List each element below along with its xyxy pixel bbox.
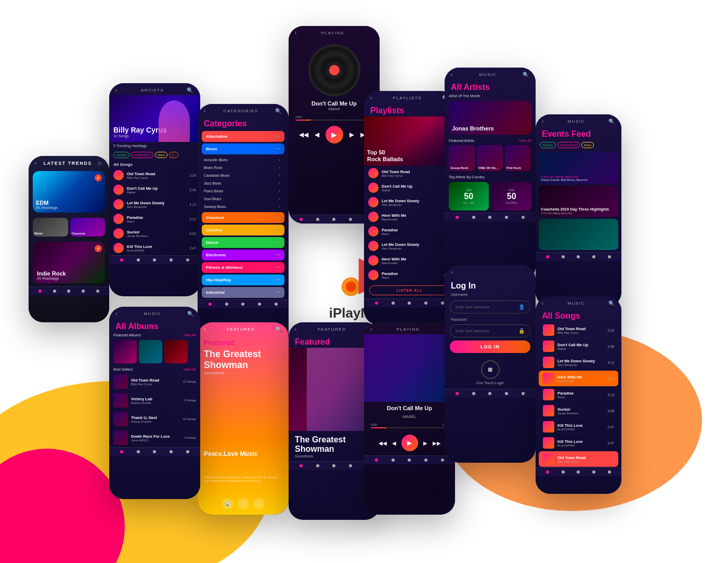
event-card-3[interactable] (539, 219, 618, 250)
nav-home[interactable] (120, 450, 123, 453)
back-arrow-icon[interactable]: ‹ (204, 108, 206, 114)
nav-profile[interactable] (441, 302, 444, 305)
allsong-item-red[interactable]: Old Town RoadBilly Ray Cyrus (539, 451, 618, 467)
pb-fwd-btn[interactable]: ▶ (423, 440, 427, 446)
search-icon[interactable]: ▷ (98, 160, 103, 166)
subcat-bluesrock[interactable]: Blues Rock› (198, 164, 289, 172)
back-arrow-icon[interactable]: ‹ (35, 160, 37, 166)
nav-profile[interactable] (186, 450, 189, 453)
nav-music[interactable] (562, 470, 565, 474)
nav-play[interactable] (408, 302, 411, 305)
song-item[interactable]: Let Me Down SlowlyAlec Benjamin4:12 (364, 239, 455, 253)
nav-home[interactable] (456, 392, 459, 395)
metal-mini-card[interactable]: Metal (33, 218, 68, 237)
subcat-soul[interactable]: Soul Blues› (198, 195, 289, 203)
allsong-item[interactable]: SuckerJonas Brothers3:08 (539, 403, 618, 418)
cat-fitness-item[interactable]: Fitness & Workout··· (202, 262, 284, 273)
nav-home[interactable] (300, 464, 303, 467)
search-icon[interactable]: 🔍 (275, 108, 282, 114)
wifi-icon-btn[interactable]: 📡 (222, 498, 233, 509)
nav-play[interactable] (408, 459, 411, 462)
album-card-2[interactable] (139, 340, 162, 363)
back-arrow-icon[interactable]: ‹ (295, 326, 297, 332)
song-item[interactable]: Old Town RoadBilly Ray Cyrus 3:38 (109, 168, 200, 182)
allsong-item[interactable]: ParadiseBazzi3:13 (539, 387, 618, 402)
subcat-swamp[interactable]: Swamp Blues› (198, 203, 289, 211)
back-arrow-icon[interactable]: ‹ (542, 300, 544, 306)
allsong-item[interactable]: Let Me Down SlowlyAlec Benjamin4:12 (539, 355, 618, 370)
search-icon[interactable]: 🔍 (608, 119, 616, 124)
nav-music[interactable] (225, 303, 228, 306)
nav-home[interactable] (38, 290, 42, 293)
nav-profile[interactable] (96, 290, 99, 293)
nav-music[interactable] (562, 255, 565, 258)
nav-home[interactable] (375, 302, 378, 305)
search-icon[interactable]: 🔍 (523, 72, 530, 77)
song-item[interactable]: ParadiseBazzi3:12 (364, 224, 455, 239)
heart-icon-btn[interactable]: ♡ (238, 498, 249, 509)
song-item[interactable]: Here With MeMarshmello3:27 (364, 253, 455, 268)
back-arrow-icon[interactable]: ‹ (370, 326, 373, 332)
song-item[interactable]: Kill This LoveBLACKPINK 2:47 (109, 241, 200, 255)
bestseller-item[interactable]: Victory LabNipsey Hussle8 Songs (109, 391, 200, 410)
nav-play[interactable] (577, 470, 580, 474)
subcat-acoustic[interactable]: Acoustic Blues› (198, 156, 289, 164)
nav-music[interactable] (472, 216, 475, 219)
bestseller-item[interactable]: Thank U, NextAriana Grande13 Songs (109, 410, 200, 428)
edm-card[interactable]: EDM 46 #hashtags ⚡ (33, 171, 105, 213)
nav-home[interactable] (300, 218, 303, 221)
nav-settings[interactable] (82, 290, 85, 293)
rewind-btn[interactable]: ◀ (315, 131, 319, 138)
cat-alternative[interactable]: Alternative··· (202, 131, 284, 142)
nav-home[interactable] (209, 303, 212, 306)
album-card-3[interactable] (164, 340, 188, 363)
nav-profile[interactable] (522, 216, 525, 219)
feat-artist-1[interactable]: Aesop Rock (449, 145, 475, 171)
nav-profile[interactable] (608, 255, 611, 258)
artist-of-month-card[interactable]: Jonas Brothers (449, 101, 531, 135)
nav-play[interactable] (241, 303, 244, 306)
nav-play[interactable] (153, 450, 156, 453)
search-icon[interactable]: 🔍 (187, 87, 194, 93)
nav-settings[interactable] (170, 258, 173, 261)
play-button[interactable]: ▶ (326, 126, 343, 143)
progress-bar[interactable] (295, 120, 373, 121)
nav-settings[interactable] (505, 216, 508, 219)
nav-music[interactable] (392, 459, 395, 462)
nav-settings[interactable] (349, 218, 352, 221)
nav-music[interactable] (316, 218, 319, 221)
cat-classical-item[interactable]: Classical··· (202, 212, 284, 223)
nav-settings[interactable] (258, 303, 261, 306)
pb-progress-bar[interactable] (371, 427, 448, 428)
login-button[interactable]: LOG IN (450, 341, 530, 353)
cat-hiphop-item[interactable]: Hip-Hop/Rap··· (202, 274, 284, 285)
search-icon[interactable]: 🔍 (276, 326, 283, 332)
search-icon[interactable]: 🔍 (608, 300, 616, 306)
forward-btn[interactable]: ▶ (349, 131, 354, 138)
cat-blues-item[interactable]: Blues ··· (202, 143, 284, 154)
cat-country-item[interactable]: Country··· (202, 225, 284, 235)
album-card-1[interactable] (113, 340, 137, 363)
fingerprint-icon[interactable]: ■ (481, 360, 500, 379)
nav-home[interactable] (375, 459, 378, 462)
back-arrow-icon[interactable]: ‹ (295, 30, 297, 36)
song-item[interactable]: Here With MeMarshmello3:37 (364, 210, 455, 224)
feat-artist-3[interactable]: Priti Rock (505, 145, 531, 171)
nav-profile[interactable] (275, 303, 278, 306)
listen-all-button[interactable]: LISTEN ALL (369, 285, 450, 295)
back-arrow-icon[interactable]: ‹ (115, 311, 118, 317)
allsong-item[interactable]: Don't Call Me UpMabel2:48 (539, 338, 618, 354)
song-item[interactable]: Don't Call Me UpMabel 2:46 (109, 182, 200, 197)
username-field[interactable]: Enter your username 👤 (450, 300, 530, 313)
indie-card[interactable]: ⚡ Indie Rock 45 #hashtags (33, 242, 105, 283)
song-item[interactable]: Old Town RoadBilly Ray Cyrus3:38 (364, 166, 455, 180)
back-arrow-icon[interactable]: ‹ (451, 72, 453, 77)
nav-home[interactable] (456, 216, 459, 219)
pb-play-button[interactable]: ▶ (401, 435, 418, 451)
subcat-jazz[interactable]: Jazz Blues› (198, 179, 289, 187)
cat-industrial-item[interactable]: Industrial··· (202, 287, 284, 298)
nav-play[interactable] (67, 290, 70, 293)
allsong-item-highlight[interactable]: Here With MeMarshmello3:27 (539, 371, 618, 386)
view-all-btn[interactable]: View All (184, 333, 196, 337)
nav-settings[interactable] (424, 459, 427, 462)
